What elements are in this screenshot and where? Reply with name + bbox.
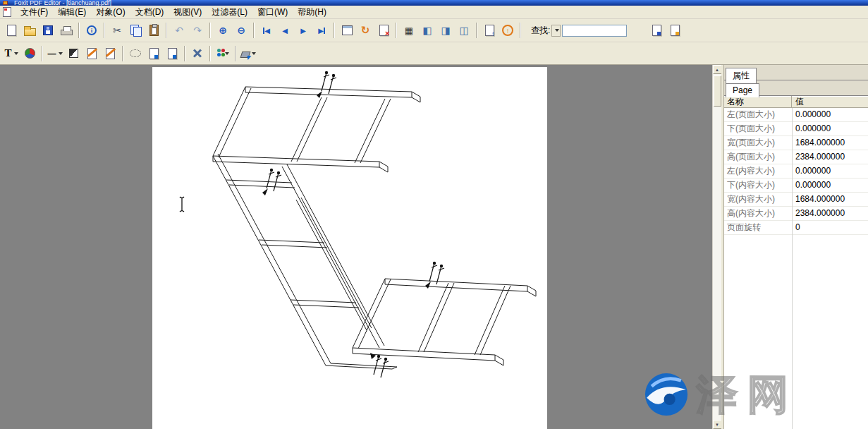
zoom-in-button[interactable]: ⊕ [214,22,231,39]
split-right-button[interactable]: ◨ [437,22,454,39]
property-value[interactable]: 0.000000 [792,108,868,121]
menu-document[interactable]: 文档(D) [130,5,169,20]
extract-text-button[interactable]: ↑ [481,22,498,39]
undo-button[interactable]: ↶ [171,22,188,39]
edit-object-button[interactable] [83,45,100,62]
window-title: Foxit PDF Editor - [tianchuang.pdf] [14,0,111,6]
scroll-up-button[interactable]: ▲ [713,65,722,74]
property-row[interactable]: 左(内容大小)0.000000 [724,164,868,179]
scroll-down-button[interactable]: ▼ [713,420,722,429]
save-button[interactable] [39,22,56,39]
zoom-out-button[interactable]: ⊖ [233,22,250,39]
bolt-heads [262,71,443,361]
property-value[interactable]: 0 [792,221,868,234]
lasso-icon [130,49,141,57]
text-tool-button[interactable]: T [3,45,20,62]
color-swatch-button[interactable] [214,45,231,62]
separator [122,46,123,61]
upload-button[interactable]: ↑ [499,22,516,39]
property-row[interactable]: 页面旋转0 [724,221,868,235]
split-vertical-icon: ◫ [459,25,468,36]
yellow-corner-icon [676,32,679,35]
separator [253,23,255,38]
fill-bucket-button[interactable] [240,45,257,62]
delete-page-button[interactable]: × [375,22,392,39]
find-input[interactable] [562,25,627,37]
property-value[interactable]: 2384.000000 [792,207,868,220]
property-value[interactable]: 1684.000000 [792,136,868,150]
property-row[interactable]: 下(内容大小)0.000000 [724,179,868,193]
page-tab[interactable]: Page [726,83,759,97]
property-row[interactable]: 高(页面大小)2384.000000 [724,150,868,164]
document-canvas[interactable] [0,65,712,429]
last-page-button[interactable]: ▶ [313,22,330,39]
find-dropdown-button[interactable] [551,25,561,37]
delete-page-icon: × [379,25,389,36]
paste-button[interactable] [145,22,162,39]
property-value[interactable]: 2384.000000 [792,150,868,164]
property-value[interactable]: 0.000000 [792,164,868,178]
cut-button[interactable]: ✂ [109,22,126,39]
properties-tab[interactable]: 属性 [726,68,757,84]
rotate-page-icon: ↻ [361,24,370,37]
transform-rotate-button[interactable] [145,45,162,62]
up-arrow-icon: ↑ [491,30,495,37]
search-all-button[interactable] [666,22,683,39]
copy-icon [130,25,141,36]
property-row[interactable]: 左(页面大小)0.000000 [724,108,868,122]
redo-button[interactable]: ↷ [189,22,206,39]
object-toolbar: T — [0,42,868,65]
column-divider [792,108,793,429]
rotate-page-button[interactable]: ↻ [357,22,374,39]
property-row[interactable]: 宽(页面大小)1684.000000 [724,136,868,150]
bolt-callouts [267,73,444,377]
search-doc-button[interactable] [648,22,665,39]
menu-filter[interactable]: 过滤器(L) [207,5,252,20]
new-button[interactable] [3,22,20,39]
page-layout-button[interactable] [338,22,355,39]
keyboard-button[interactable]: ▦ [401,22,417,39]
vertical-scrollbar[interactable]: ▲ ▼ [712,65,721,429]
select-area-button[interactable] [127,45,144,62]
scroll-down-icon: ▼ [715,423,719,427]
prev-page-button[interactable]: ◀ [276,22,293,39]
property-row[interactable]: 下(页面大小)0.000000 [724,122,868,136]
chevron-down-icon [225,52,229,55]
menu-file[interactable]: 文件(F) [16,5,53,20]
print-button[interactable] [58,22,75,39]
menu-window[interactable]: 窗口(W) [252,5,293,20]
property-value[interactable]: 0.000000 [792,179,868,192]
scroll-thumb[interactable] [714,75,721,107]
info-button[interactable]: i [83,22,100,39]
fill-style-button[interactable] [65,45,82,62]
edit-form-button[interactable] [102,45,118,62]
tools-button[interactable] [189,45,206,62]
separator [166,23,167,38]
new-document-icon [7,25,16,36]
menu-edit[interactable]: 编辑(E) [53,5,91,20]
transform-scale-button[interactable] [164,45,181,62]
menu-object[interactable]: 对象(O) [91,5,130,20]
open-button[interactable] [21,22,38,39]
color-wheel-button[interactable] [21,45,38,62]
chevron-down-icon [555,29,559,32]
split-vertical-button[interactable]: ◫ [456,22,472,39]
pdf-page[interactable] [152,67,547,429]
chevron-down-icon [59,52,63,55]
first-page-icon: ◀ [264,27,270,35]
line-style-button[interactable]: — [47,45,63,62]
blue-corner-icon [154,55,158,59]
copy-button[interactable] [127,22,144,39]
property-value[interactable]: 1684.000000 [792,193,868,206]
next-page-button[interactable]: ▶ [295,22,312,39]
menu-help[interactable]: 帮助(H) [293,5,331,20]
property-row[interactable]: 高(内容大小)2384.000000 [724,207,868,221]
first-page-button[interactable]: ◀ [258,22,275,39]
menu-view[interactable]: 视图(V) [169,5,207,20]
transform-scale-icon [168,48,177,59]
column-value-header: 值 [792,96,868,107]
property-row[interactable]: 宽(内容大小)1684.000000 [724,193,868,207]
property-value[interactable]: 0.000000 [792,122,868,135]
separator [334,23,335,38]
split-left-button[interactable]: ◧ [419,22,436,39]
